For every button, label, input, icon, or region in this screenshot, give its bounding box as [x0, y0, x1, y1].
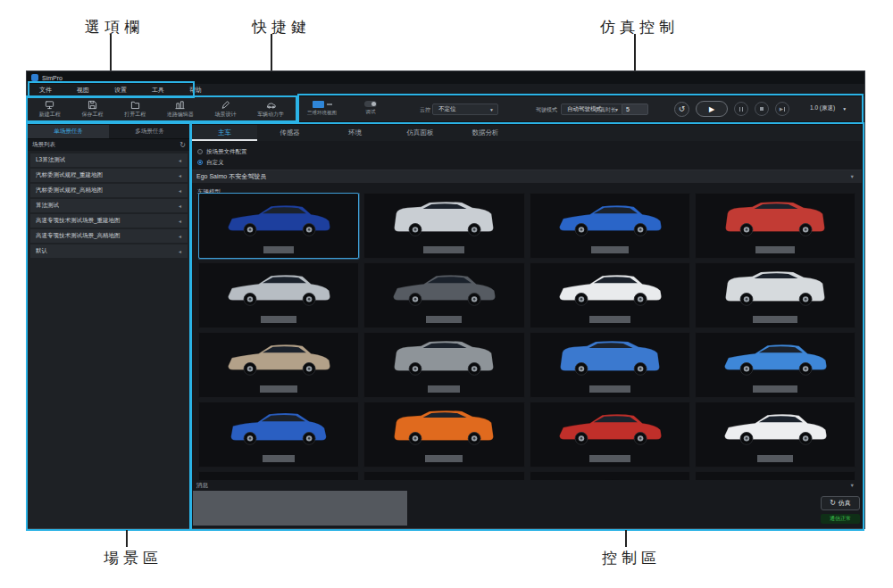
annotation-line — [625, 530, 627, 547]
menubar: 文件视图设置工具帮助 — [27, 84, 864, 96]
scene-list-item[interactable]: 汽标委测试规程_高精地图◄ — [30, 184, 188, 197]
step-button[interactable]: ▶ — [775, 102, 789, 116]
collapse-arrow-icon: ◄ — [178, 203, 182, 209]
reset-button[interactable]: ↺ — [674, 102, 689, 117]
scene-list-item[interactable]: 高速专项技术测试场景_重建地图◄ — [30, 214, 188, 228]
simulate-button[interactable]: ↻ 仿真 — [821, 496, 860, 510]
main-tab-1[interactable]: 主车 — [192, 125, 257, 141]
menu-item-2[interactable]: 视图 — [77, 86, 89, 95]
menu-item-5[interactable]: 帮助 — [189, 86, 202, 95]
radio-label: 按场景文件配置 — [206, 148, 247, 156]
toolbar-button-vehicle-dynamics[interactable]: 车辆动力学 — [257, 100, 284, 119]
main-tab-2[interactable]: 传感器 — [257, 125, 322, 141]
collapse-arrow-icon: ◄ — [178, 188, 182, 194]
vehicle-card[interactable] — [530, 471, 690, 480]
vehicle-name-redacted — [263, 246, 294, 253]
scene-list-title: 场景列表 — [32, 141, 55, 149]
radio-custom[interactable]: 自定义 — [197, 157, 862, 168]
vehicle-card[interactable] — [363, 262, 524, 328]
vehicle-name-redacted — [263, 455, 295, 462]
scene-tab-1[interactable]: 单场景任务 — [28, 125, 109, 138]
vehicle-card[interactable] — [198, 471, 359, 480]
vehicle-card[interactable] — [363, 193, 524, 259]
vehicle-card[interactable] — [363, 402, 524, 468]
menu-item-3[interactable]: 设置 — [114, 86, 127, 95]
vehicle-card[interactable] — [695, 193, 855, 259]
toolbar-button-label: 新建工程 — [39, 111, 61, 119]
scene-tab-2[interactable]: 多场景任务 — [109, 125, 190, 138]
simulate-button-label: 仿真 — [839, 499, 851, 508]
annotation-scene-area: 場景區 — [104, 548, 163, 568]
toolbar-button-save-project[interactable]: 保存工程 — [81, 100, 103, 119]
scene-list-item[interactable]: 高速专项技术测试场景_高精地图◄ — [30, 229, 188, 243]
collapse-arrow-icon: ◄ — [178, 219, 182, 224]
scene-item-label: 汽标委测试规程_重建地图 — [36, 171, 103, 179]
vehicle-card[interactable] — [695, 262, 855, 328]
vehicle-card[interactable] — [530, 262, 690, 328]
messages-label: 消息 — [196, 482, 208, 490]
vehicle-card[interactable] — [363, 471, 524, 480]
refresh-icon[interactable]: ↻ — [179, 142, 186, 149]
titlebar: SimPro — [27, 71, 864, 84]
open-project-icon — [130, 100, 140, 110]
scene-list-item[interactable]: 默认◄ — [30, 244, 188, 258]
vehicle-card-empty — [695, 471, 855, 480]
cloud-dropdown[interactable]: 不定位 ▼ — [432, 104, 498, 115]
main-panel: 主车传感器环境仿真面板数据分析 按场景文件配置 自定义 Ego Saimo 不安… — [192, 125, 862, 528]
debug-toggle[interactable]: 调试 — [364, 101, 377, 115]
sim-control-bar: 三维环境视图 调试 云控 不定位 ▼ 驾驶模式 自动驾驶模式 ▼ 仿真时长 — [300, 96, 861, 121]
chevron-down-icon: ▼ — [842, 106, 847, 112]
chevron-down-icon: ▼ — [489, 107, 494, 112]
app-window: SimPro 文件视图设置工具帮助 新建工程保存工程打开工程道路编辑器场景设计车… — [27, 71, 864, 528]
vehicle-name-redacted — [425, 455, 463, 462]
stop-button[interactable] — [755, 102, 769, 116]
speed-dropdown[interactable]: 1.0 (原速) ▼ — [810, 104, 847, 112]
play-button[interactable]: ▶ — [696, 101, 728, 117]
view-toggle[interactable]: 三维环境视图 — [307, 101, 337, 116]
menu-item-1[interactable]: 文件 — [39, 86, 52, 95]
vehicle-card[interactable] — [198, 332, 359, 398]
scene-list-item[interactable]: L3算法测试◄ — [30, 153, 188, 167]
app-title: SimPro — [42, 75, 63, 81]
vehicle-card[interactable] — [530, 193, 690, 259]
scene-list-item[interactable]: 汽标委测试规程_重建地图◄ — [30, 169, 188, 182]
messages-header: 消息 ▼ — [192, 480, 862, 491]
cloud-dropdown-value: 不定位 — [438, 105, 486, 113]
vehicle-card[interactable] — [695, 402, 855, 468]
main-tab-4[interactable]: 仿真面板 — [388, 125, 453, 141]
vehicle-card[interactable] — [530, 402, 690, 468]
stage: 選項欄 快捷鍵 仿真控制 SimPro 文件视图设置工具帮助 新建工程保存工程打… — [0, 0, 893, 588]
toolbar-button-label: 打开工程 — [124, 111, 146, 119]
scene-item-label: 默认 — [36, 247, 47, 255]
config-radios: 按场景文件配置 自定义 — [192, 141, 862, 170]
cloud-label: 云控 — [420, 106, 430, 114]
scene-list-item[interactable]: 算法测试◄ — [30, 199, 188, 212]
collapse-arrow-icon: ◄ — [178, 158, 182, 163]
new-project-icon — [45, 100, 54, 110]
vehicle-name-redacted — [423, 246, 464, 253]
radio-by-scene-file[interactable]: 按场景文件配置 — [197, 146, 862, 157]
toolbar-button-road-editor[interactable]: 道路编辑器 — [167, 100, 194, 119]
app-logo-icon — [31, 74, 38, 81]
vehicle-card[interactable] — [530, 332, 690, 398]
menu-item-4[interactable]: 工具 — [152, 86, 164, 95]
toolbar-button-new-project[interactable]: 新建工程 — [39, 100, 61, 119]
duration-input[interactable]: 5 — [622, 104, 648, 115]
vehicle-card[interactable] — [198, 262, 359, 328]
vehicle-card[interactable] — [198, 402, 359, 468]
vehicle-name-redacted — [589, 455, 630, 462]
main-tab-3[interactable]: 环境 — [322, 125, 388, 141]
vehicle-card[interactable] — [695, 332, 855, 398]
toolbar-button-open-project[interactable]: 打开工程 — [124, 100, 146, 119]
vehicle-card[interactable] — [198, 193, 359, 259]
collapse-arrow-icon: ◄ — [178, 173, 182, 178]
toolbar-button-scene-design[interactable]: 场景设计 — [214, 100, 236, 119]
vehicle-card[interactable] — [363, 332, 524, 398]
pause-button[interactable] — [734, 102, 748, 116]
debug-label: 调试 — [366, 109, 376, 115]
scene-item-label: 汽标委测试规程_高精地图 — [36, 186, 103, 195]
vehicle-name-redacted — [753, 385, 797, 393]
main-tab-5[interactable]: 数据分析 — [453, 125, 518, 141]
status-badge: 通信正常 — [821, 514, 860, 524]
ego-vehicle-header[interactable]: Ego Saimo 不安全驾驶员 ▼ — [192, 170, 862, 183]
